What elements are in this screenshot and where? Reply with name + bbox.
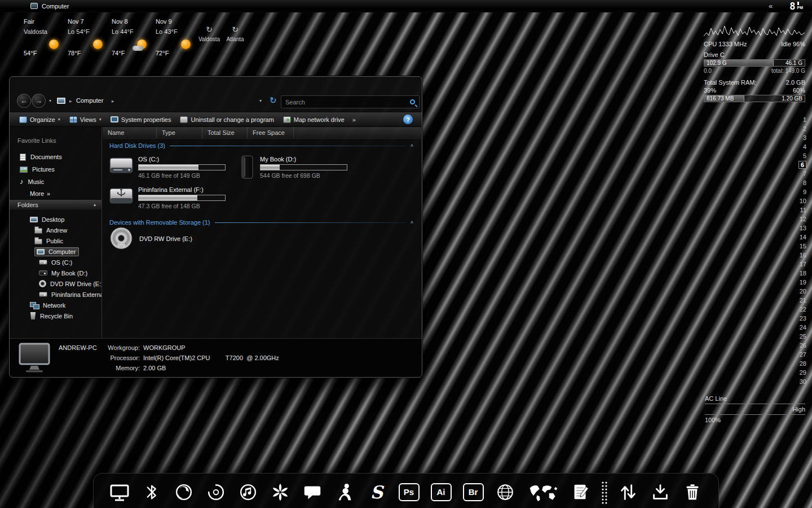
sidebar-item-documents[interactable]: Documents [10, 151, 102, 163]
calendar-day[interactable]: 29 [792, 368, 806, 377]
folders-band[interactable]: Folders ▾ [10, 199, 102, 211]
column-header-free-space[interactable]: Free Space [248, 127, 294, 138]
photoshop-icon[interactable]: Ps [395, 478, 422, 506]
drive-item-my-book[interactable]: My Book (D:) 544 GB free of 698 GB [238, 155, 347, 179]
notes-icon[interactable] [567, 478, 594, 506]
music-player-icon[interactable] [235, 478, 262, 506]
organize-button[interactable]: Organize ▾ [15, 115, 64, 125]
history-dropdown-icon[interactable]: ▾ [49, 98, 51, 103]
tree-item-network[interactable]: Network [10, 300, 102, 310]
calendar-day[interactable]: 19 [792, 278, 806, 287]
sync-arrows-icon[interactable] [615, 478, 642, 506]
bluetooth-icon[interactable] [138, 478, 165, 506]
tree-item-pininfarina[interactable]: Pininfarina Externa [10, 289, 102, 300]
taskbar-button-computer[interactable]: Computer [25, 2, 74, 10]
calendar-day[interactable]: 23 [792, 314, 806, 323]
search-box[interactable] [281, 95, 420, 108]
s-app-icon[interactable]: S [363, 478, 390, 506]
weather-day-2[interactable]: Nov 8 Lo 44°F 74°F [108, 16, 152, 60]
firefox-icon[interactable] [170, 478, 197, 506]
back-button[interactable]: ← [17, 94, 31, 108]
pinwheel-icon[interactable] [267, 478, 294, 506]
breadcrumb-computer[interactable]: Computer [76, 97, 103, 104]
display-icon[interactable] [106, 478, 133, 506]
forward-button[interactable]: → [32, 94, 46, 108]
calendar-day[interactable]: 7 [792, 169, 806, 178]
map-network-drive-button[interactable]: Map network drive [279, 115, 348, 125]
column-header-total-size[interactable]: Total Size [202, 127, 248, 138]
weather-day-1[interactable]: Nov 7 Lo 54°F 78°F [64, 16, 108, 60]
weather-current[interactable]: Fair Valdosta 54°F [20, 16, 64, 60]
calendar-day[interactable]: 27 [792, 350, 806, 359]
calendar-day[interactable]: 20 [792, 287, 806, 296]
tree-item-computer[interactable]: Computer [10, 246, 102, 257]
calendar-day[interactable]: 17 [792, 260, 806, 269]
chat-icon[interactable] [299, 478, 326, 506]
breadcrumb-chevron-icon[interactable]: ▸ [112, 98, 114, 104]
group-removable-storage[interactable]: Devices with Removable Storage (1) ˄ [109, 219, 413, 226]
swirl-browser-icon[interactable] [202, 478, 230, 506]
toolbar-overflow-chevron[interactable]: » [350, 115, 359, 125]
uninstall-button[interactable]: Uninstall or change a program [176, 115, 277, 125]
calendar-day[interactable]: 6 [798, 161, 806, 169]
group-hard-disk-drives[interactable]: Hard Disk Drives (3) ˄ [109, 142, 413, 149]
search-icon[interactable] [410, 99, 415, 104]
clock[interactable]: 8 PM [789, 1, 803, 11]
drive-item-pininfarina[interactable]: Pininfarina External (F:) 47.3 GB free o… [108, 185, 226, 209]
calendar-day[interactable]: 16 [792, 251, 806, 260]
tree-item-public[interactable]: Public [10, 235, 102, 246]
calendar-day[interactable]: 12 [792, 214, 806, 224]
calendar-day[interactable]: 10 [792, 196, 806, 205]
sidebar-more-link[interactable]: More » [10, 188, 102, 199]
tree-item-os-c[interactable]: OS (C:) [10, 257, 102, 268]
sidebar-item-music[interactable]: ♪ Music [10, 176, 102, 188]
calendar-day[interactable]: 1 [792, 115, 806, 124]
sidebar-item-pictures[interactable]: Pictures [10, 163, 102, 176]
illustrator-icon[interactable]: Ai [427, 478, 454, 506]
help-button[interactable]: ? [403, 115, 413, 124]
drive-item-dvd[interactable]: DVD DVD RW Drive (E:) [108, 226, 192, 251]
tree-item-desktop[interactable]: Desktop [10, 214, 102, 225]
globe-icon[interactable] [492, 478, 519, 506]
address-dropdown-icon[interactable]: ▾ [259, 98, 262, 103]
calendar-day[interactable]: 24 [792, 323, 806, 332]
trash-icon[interactable] [679, 478, 706, 506]
bridge-icon[interactable]: Br [460, 478, 487, 506]
calendar-day[interactable]: 3 [792, 133, 806, 142]
calendar-day[interactable]: 21 [792, 296, 806, 305]
weather-day-3[interactable]: Nov 9 Lo 43°F 72°F [152, 16, 196, 60]
collapse-chevron-icon[interactable]: ˄ [411, 143, 413, 148]
calendar-day[interactable]: 26 [792, 341, 806, 350]
tree-item-dvd-drive[interactable]: DVD RW Drive (E:) [10, 278, 102, 289]
calendar-day[interactable]: 13 [792, 224, 806, 233]
tray-collapse-chevron[interactable]: « [769, 2, 773, 10]
collapse-chevron-icon[interactable]: ˄ [411, 220, 413, 225]
calendar-day[interactable]: 30 [792, 377, 806, 386]
weather-station-atlanta[interactable]: ↻ Atlanta [222, 16, 248, 60]
calendar-day[interactable]: 22 [792, 305, 806, 314]
calendar-day[interactable]: 5 [792, 151, 806, 160]
calendar-day[interactable]: 14 [792, 233, 806, 242]
drive-item-os-c[interactable]: OS (C:) 46.1 GB free of 149 GB [108, 155, 226, 179]
calendar-day[interactable]: 11 [792, 205, 806, 214]
world-map-icon[interactable] [524, 478, 562, 506]
calendar-day[interactable]: 28 [792, 359, 806, 368]
download-icon[interactable] [647, 478, 674, 506]
tree-item-andrew[interactable]: Andrew [10, 225, 102, 235]
calendar-day[interactable]: 8 [792, 178, 806, 187]
system-properties-button[interactable]: System properties [107, 115, 175, 125]
refresh-icon[interactable]: ↻ [270, 95, 277, 106]
calendar-day[interactable]: 18 [792, 269, 806, 278]
calendar-day[interactable]: 4 [792, 142, 806, 151]
views-button[interactable]: Views ▾ [65, 115, 105, 125]
tree-item-recycle-bin[interactable]: Recycle Bin [10, 310, 102, 321]
calendar-day[interactable]: 2 [792, 124, 806, 133]
calendar-day[interactable]: 15 [792, 242, 806, 251]
weather-station-valdosta[interactable]: ↻ Valdosta [196, 16, 222, 60]
column-header-type[interactable]: Type [157, 127, 202, 138]
calendar-day[interactable]: 9 [792, 187, 806, 196]
calendar-day[interactable]: 25 [792, 332, 806, 341]
tree-item-my-book[interactable]: My Book (D:) [10, 268, 102, 278]
search-input[interactable] [285, 99, 410, 106]
aim-icon[interactable] [331, 478, 358, 506]
